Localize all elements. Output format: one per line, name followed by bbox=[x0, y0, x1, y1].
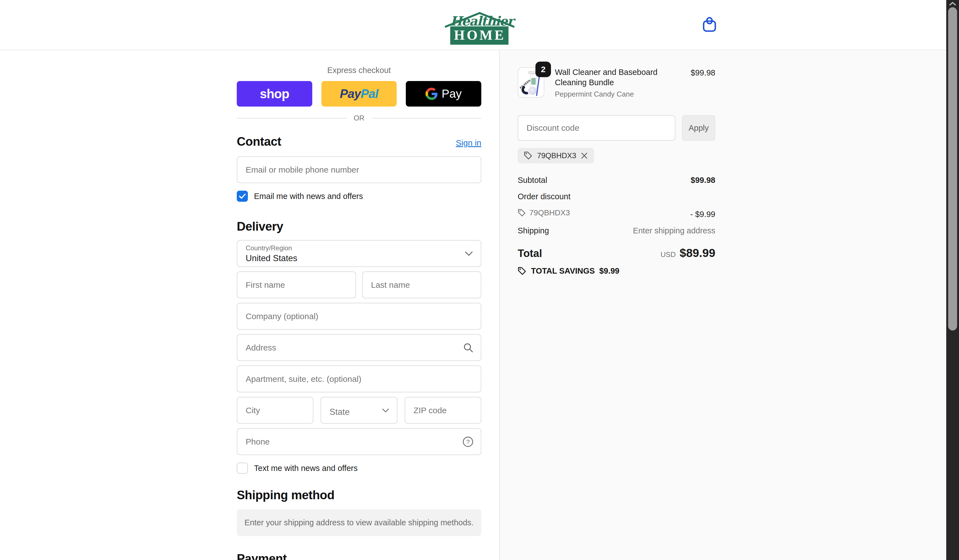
zip-input[interactable] bbox=[405, 397, 481, 424]
paypal-wordmark-pay: Pay bbox=[340, 87, 360, 101]
main-content: Express checkout shop PayPal bbox=[0, 50, 959, 560]
shipping-method-heading: Shipping method bbox=[237, 488, 481, 502]
contact-heading: Contact bbox=[237, 135, 281, 148]
subtotal-label: Subtotal bbox=[518, 176, 547, 185]
gpay-wordmark: Pay bbox=[441, 87, 462, 100]
header: Healthier HOME bbox=[0, 0, 959, 50]
email-offers-row: Email me with news and offers bbox=[237, 191, 481, 202]
google-pay-button[interactable]: Pay bbox=[406, 81, 481, 107]
country-select-label: Country/Region bbox=[245, 244, 472, 252]
email-input[interactable] bbox=[237, 156, 481, 183]
svg-text:?: ? bbox=[466, 439, 470, 445]
country-select-value: United States bbox=[245, 253, 472, 263]
tag-icon bbox=[518, 209, 526, 217]
apply-discount-button[interactable]: Apply bbox=[682, 115, 715, 141]
total-label: Total bbox=[518, 248, 542, 259]
applied-discount-chip: 79QBHDX3 bbox=[518, 148, 594, 164]
divider-line bbox=[372, 118, 481, 118]
search-icon bbox=[463, 342, 473, 353]
divider-line bbox=[237, 118, 346, 118]
order-discount-label: Order discount bbox=[518, 192, 570, 201]
remove-discount-button[interactable] bbox=[581, 152, 588, 159]
city-input[interactable] bbox=[237, 397, 313, 424]
chevron-down-icon bbox=[382, 408, 389, 413]
scrollbar[interactable] bbox=[946, 0, 959, 560]
state-select[interactable]: State bbox=[320, 397, 397, 424]
order-discount-value: - $9.99 bbox=[690, 210, 715, 219]
logo-caps-text: HOME bbox=[450, 26, 508, 45]
chevron-down-icon bbox=[465, 251, 473, 256]
discount-form: Apply bbox=[518, 115, 715, 141]
scroll-up-arrow-icon[interactable] bbox=[949, 2, 956, 6]
express-buttons: shop PayPal Pay bbox=[237, 81, 481, 107]
duster-ball-art bbox=[528, 87, 537, 95]
payment-heading: Payment bbox=[237, 552, 481, 560]
shipping-method-empty-notice: Enter your shipping address to view avai… bbox=[237, 509, 481, 536]
paypal-button[interactable]: PayPal bbox=[322, 81, 397, 107]
sign-in-link[interactable]: Sign in bbox=[456, 138, 481, 148]
email-offers-label: Email me with news and offers bbox=[254, 192, 363, 201]
spray-trigger-art bbox=[528, 71, 535, 74]
total-value: $89.99 bbox=[680, 247, 715, 260]
checkout-form-pane: Express checkout shop PayPal bbox=[0, 50, 500, 560]
or-divider: OR bbox=[237, 114, 481, 123]
discount-code-input[interactable] bbox=[518, 115, 675, 141]
or-text: OR bbox=[346, 114, 372, 123]
shopping-bag-icon bbox=[702, 17, 717, 33]
cost-summary: Subtotal $99.98 Order discount 79QBHDX3 bbox=[518, 176, 715, 275]
shipping-label: Shipping bbox=[518, 226, 549, 235]
total-currency: USD bbox=[661, 250, 676, 259]
total-savings-row: TOTAL SAVINGS $9.99 bbox=[518, 266, 715, 275]
phone-input[interactable] bbox=[237, 428, 481, 455]
shipping-value: Enter shipping address bbox=[633, 226, 715, 235]
product-variant: Peppermint Candy Cane bbox=[555, 90, 674, 99]
tag-icon bbox=[518, 267, 527, 275]
cart-button[interactable] bbox=[702, 17, 717, 33]
shop-pay-wordmark: shop bbox=[260, 86, 289, 101]
order-summary-pane: AS SEEN ONLINE 2 Wall Cleaner and Basebo… bbox=[500, 50, 959, 560]
company-input[interactable] bbox=[237, 303, 481, 330]
email-offers-checkbox[interactable] bbox=[237, 191, 248, 202]
quantity-badge: 2 bbox=[535, 62, 551, 77]
scrollbar-thumb[interactable] bbox=[948, 7, 957, 331]
shop-pay-button[interactable]: shop bbox=[237, 81, 312, 107]
paypal-wordmark-pal: Pal bbox=[361, 87, 378, 101]
total-savings-value: $9.99 bbox=[599, 266, 620, 275]
sms-offers-row: Text me with news and offers bbox=[237, 463, 481, 474]
product-title: Wall Cleaner and Baseboard Cleaning Bund… bbox=[555, 67, 674, 88]
sms-offers-label: Text me with news and offers bbox=[254, 464, 357, 473]
help-icon[interactable]: ? bbox=[462, 436, 473, 447]
state-select-value: State bbox=[330, 407, 349, 417]
express-checkout-label: Express checkout bbox=[237, 66, 481, 75]
store-logo[interactable]: Healthier HOME bbox=[448, 6, 511, 45]
order-discount-code: 79QBHDX3 bbox=[529, 208, 570, 217]
address-input[interactable] bbox=[237, 334, 481, 361]
apartment-input[interactable] bbox=[237, 366, 481, 392]
product-price: $99.98 bbox=[691, 67, 715, 78]
cart-line-item: AS SEEN ONLINE 2 Wall Cleaner and Basebo… bbox=[518, 67, 715, 99]
close-icon bbox=[581, 152, 588, 159]
delivery-heading: Delivery bbox=[237, 220, 481, 233]
sms-offers-checkbox[interactable] bbox=[237, 463, 248, 474]
checkout-page: Healthier HOME Express checkout shop bbox=[0, 0, 959, 560]
checkmark-icon bbox=[239, 193, 245, 199]
google-g-icon bbox=[425, 88, 438, 100]
last-name-input[interactable] bbox=[362, 271, 481, 298]
applied-discount-code: 79QBHDX3 bbox=[537, 151, 576, 160]
first-name-input[interactable] bbox=[237, 271, 356, 298]
country-select[interactable]: Country/Region United States bbox=[237, 240, 481, 267]
tag-icon bbox=[524, 151, 533, 160]
total-savings-label: TOTAL SAVINGS bbox=[531, 266, 595, 275]
subtotal-value: $99.98 bbox=[691, 176, 715, 185]
